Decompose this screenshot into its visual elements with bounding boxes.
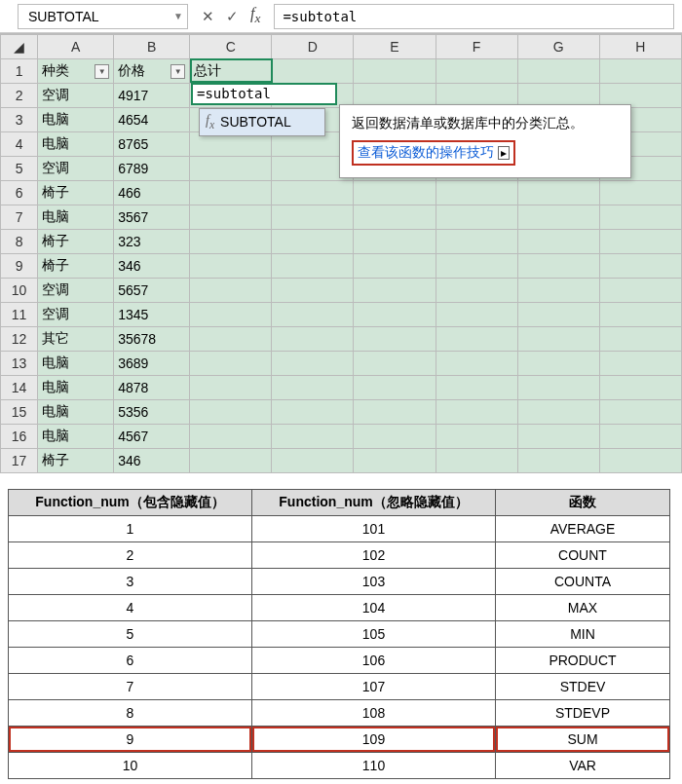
row-header[interactable]: 6 — [1, 181, 38, 205]
cell[interactable] — [190, 279, 272, 303]
cell[interactable]: 价格▼ — [114, 59, 190, 84]
cell[interactable]: 电脑 — [38, 132, 114, 157]
row-header[interactable]: 10 — [1, 279, 38, 303]
cell[interactable]: 1345 — [114, 303, 190, 327]
fx-icon[interactable]: fx — [250, 5, 260, 26]
video-icon[interactable]: ▸ — [498, 146, 510, 160]
filter-dropdown-icon[interactable]: ▼ — [95, 64, 109, 79]
cell[interactable] — [599, 327, 681, 352]
col-header[interactable]: H — [599, 35, 681, 59]
cell[interactable] — [190, 181, 272, 205]
col-header[interactable]: F — [436, 35, 517, 59]
cell[interactable] — [272, 205, 354, 230]
row-header[interactable]: 16 — [1, 425, 38, 449]
cell[interactable]: 空调 — [38, 157, 114, 181]
cell[interactable] — [517, 205, 599, 230]
cell[interactable]: 8765 — [114, 132, 190, 157]
cell[interactable]: 346 — [114, 254, 190, 279]
cell[interactable] — [517, 376, 599, 400]
cell[interactable]: 4567 — [114, 425, 190, 449]
cell[interactable] — [517, 279, 599, 303]
cell[interactable] — [272, 279, 354, 303]
cell[interactable] — [190, 254, 272, 279]
cell[interactable] — [599, 205, 681, 230]
col-header[interactable]: A — [38, 35, 114, 59]
cell[interactable] — [599, 181, 681, 205]
col-header[interactable]: C — [190, 35, 272, 59]
cell[interactable] — [354, 230, 436, 254]
cell[interactable]: 空调 — [38, 84, 114, 108]
cell[interactable] — [436, 376, 517, 400]
col-header[interactable]: G — [517, 35, 599, 59]
cell[interactable]: 4917 — [114, 84, 190, 108]
cell[interactable] — [517, 425, 599, 449]
cell[interactable] — [436, 279, 517, 303]
dropdown-icon[interactable]: ▼ — [173, 11, 183, 21]
cell[interactable] — [190, 230, 272, 254]
cell[interactable] — [190, 205, 272, 230]
cell[interactable] — [190, 449, 272, 473]
row-header[interactable]: 4 — [1, 132, 38, 157]
cell[interactable] — [354, 59, 436, 84]
cell[interactable] — [354, 279, 436, 303]
cell[interactable] — [272, 352, 354, 376]
cell[interactable] — [599, 449, 681, 473]
cell[interactable] — [599, 376, 681, 400]
cell[interactable] — [354, 400, 436, 425]
cell[interactable] — [436, 400, 517, 425]
cell[interactable] — [354, 254, 436, 279]
col-header[interactable]: B — [114, 35, 190, 59]
row-header[interactable]: 7 — [1, 205, 38, 230]
cell[interactable]: 4654 — [114, 108, 190, 132]
tooltip-link[interactable]: 查看该函数的操作技巧 — [358, 144, 494, 162]
cell[interactable] — [599, 425, 681, 449]
cell[interactable] — [190, 352, 272, 376]
cell[interactable] — [517, 254, 599, 279]
cell[interactable]: 电脑 — [38, 400, 114, 425]
row-header[interactable]: 3 — [1, 108, 38, 132]
cell[interactable] — [272, 59, 354, 84]
filter-dropdown-icon[interactable]: ▼ — [170, 64, 185, 79]
cell[interactable] — [436, 230, 517, 254]
cell[interactable] — [272, 303, 354, 327]
cell[interactable] — [272, 181, 354, 205]
cell[interactable] — [354, 352, 436, 376]
cell[interactable]: 3689 — [114, 352, 190, 376]
cell[interactable] — [599, 254, 681, 279]
cell[interactable] — [272, 400, 354, 425]
cell[interactable] — [354, 181, 436, 205]
cell[interactable] — [599, 230, 681, 254]
cell[interactable]: 其它 — [38, 327, 114, 352]
row-header[interactable]: 1 — [1, 59, 38, 84]
cell[interactable] — [436, 425, 517, 449]
row-header[interactable]: 14 — [1, 376, 38, 400]
cell[interactable] — [436, 352, 517, 376]
cell[interactable] — [599, 400, 681, 425]
cell[interactable] — [517, 449, 599, 473]
row-header[interactable]: 11 — [1, 303, 38, 327]
row-header[interactable]: 2 — [1, 84, 38, 108]
cell[interactable] — [517, 181, 599, 205]
cell[interactable] — [517, 303, 599, 327]
cancel-icon[interactable]: ✕ — [202, 8, 214, 25]
row-header[interactable]: 9 — [1, 254, 38, 279]
cell[interactable] — [272, 449, 354, 473]
cell[interactable]: 椅子 — [38, 254, 114, 279]
cell[interactable] — [599, 279, 681, 303]
cell[interactable] — [272, 376, 354, 400]
cell[interactable]: 椅子 — [38, 230, 114, 254]
row-header[interactable]: 13 — [1, 352, 38, 376]
cell[interactable] — [517, 59, 599, 84]
cell-editor[interactable]: =subtotal — [191, 83, 337, 105]
cell[interactable] — [190, 327, 272, 352]
cell[interactable] — [517, 327, 599, 352]
cell[interactable] — [599, 59, 681, 84]
cell[interactable]: 种类▼ — [38, 59, 114, 84]
cell[interactable] — [599, 352, 681, 376]
cell[interactable] — [190, 376, 272, 400]
cell[interactable]: 电脑 — [38, 352, 114, 376]
cell[interactable]: 电脑 — [38, 205, 114, 230]
row-header[interactable]: 12 — [1, 327, 38, 352]
cell[interactable] — [190, 303, 272, 327]
cell[interactable] — [272, 425, 354, 449]
